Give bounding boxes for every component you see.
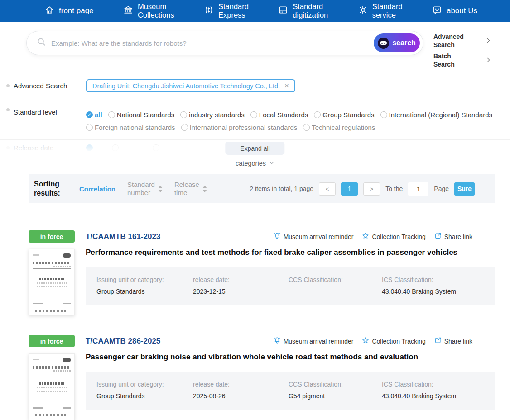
search-button[interactable]: search — [374, 33, 420, 52]
standard-info-panel: Issuing unit or category: Group Standard… — [86, 372, 495, 410]
result-card-2: in force T/CAAMTB 286-2025 Museum arriva… — [29, 335, 495, 420]
nav-item-front-page[interactable]: front page — [44, 5, 94, 17]
standard-level-row: Standard level ✓all National Standards i… — [0, 100, 510, 134]
collection-tracking-button[interactable]: Collection Tracking — [361, 336, 425, 346]
level-options-row-2: Foreign national standards International… — [86, 121, 510, 134]
home-icon — [44, 5, 54, 17]
info-ics: ICS Classification: 43.040.40 Braking Sy… — [382, 276, 495, 296]
search-input[interactable] — [51, 39, 374, 47]
radio-icon — [250, 111, 257, 118]
info-ics: ICS Classification: 43.040.40 Braking Sy… — [382, 381, 495, 400]
advanced-search-row: Advanced Search Drafting Unit: Chengdu J… — [0, 79, 510, 92]
sort-arrows-icon — [158, 186, 163, 192]
info-label: release date: — [193, 276, 289, 283]
page-word-label: Page — [434, 185, 449, 192]
nav-label: front page — [59, 6, 94, 15]
share-link-button[interactable]: Share link — [434, 336, 472, 346]
radio-all[interactable]: ✓all — [86, 111, 102, 119]
radio-international-regional-standards[interactable]: International (Regional) Standards — [380, 111, 492, 119]
radio-industry-standards[interactable]: industry standards — [180, 111, 245, 119]
radio-international-professional-standards[interactable]: International professional standards — [181, 124, 298, 131]
bullet-icon — [6, 108, 10, 111]
info-label: Issuing unit or category: — [96, 276, 193, 283]
search-quick-links: Advanced Search Batch Search — [433, 31, 491, 68]
filter-tag-text: Drafting Unit: Chengdu Jishiwei Automoti… — [92, 82, 280, 90]
card-actions: Museum arrival reminder Collection Track… — [273, 336, 472, 346]
expand-all-button[interactable]: Expand all — [225, 142, 284, 155]
info-label: release date: — [193, 381, 289, 388]
standard-level-label: Standard level — [14, 108, 86, 116]
advanced-search-link[interactable]: Advanced Search — [433, 33, 491, 49]
info-value: Group Standards — [96, 392, 193, 400]
standard-document-thumbnail[interactable] — [29, 249, 75, 315]
level-options-row-1: ✓all National Standards industry standar… — [86, 108, 510, 121]
status-badge: in force — [29, 335, 75, 347]
chevron-right-icon — [486, 57, 491, 65]
action-label: Museum arrival reminder — [284, 338, 354, 345]
radio-foreign-national-standards[interactable]: Foreign national standards — [86, 124, 175, 131]
collection-tracking-button[interactable]: Collection Tracking — [361, 232, 425, 241]
action-label: Museum arrival reminder — [284, 233, 354, 240]
goto-page-input[interactable] — [408, 182, 428, 196]
next-page-button[interactable]: > — [363, 182, 380, 196]
standard-document-thumbnail[interactable] — [29, 353, 75, 420]
result-card-1: in force T/CAAMTB 161-2023 Museum arriva… — [29, 230, 495, 315]
categories-label: categories — [236, 160, 266, 167]
info-ccs: CCS Classification: — [289, 276, 382, 296]
sort-release-time[interactable]: Release time — [174, 181, 207, 197]
card-header: T/CAAMTB 286-2025 Museum arrival reminde… — [86, 336, 495, 346]
card-right-column: T/CAAMTB 161-2023 Museum arrival reminde… — [86, 230, 495, 315]
radio-icon — [108, 111, 115, 118]
radio-label: Local Standards — [259, 111, 308, 119]
card-actions: Museum arrival reminder Collection Track… — [273, 232, 472, 241]
robot-icon — [378, 38, 389, 49]
sorting-bar: Sorting results: Correlation Standard nu… — [29, 174, 495, 203]
museum-arrival-reminder-button[interactable]: Museum arrival reminder — [273, 336, 354, 346]
standard-title-link[interactable]: Passenger car braking noise and vibratio… — [86, 353, 495, 362]
info-issuing: Issuing unit or category: Group Standard… — [96, 276, 193, 296]
sort-standard-number[interactable]: Standard number — [127, 181, 163, 197]
info-label: Issuing unit or category: — [96, 381, 193, 388]
radio-group-standards[interactable]: Group Standards — [314, 111, 374, 119]
bullet-icon — [6, 84, 10, 87]
info-value: 43.040.40 Braking System — [382, 288, 495, 296]
page-1-button[interactable]: 1 — [341, 182, 358, 196]
prev-page-button[interactable]: < — [319, 182, 336, 196]
close-icon[interactable]: × — [284, 82, 289, 90]
radio-icon — [314, 111, 321, 118]
radio-national-standards[interactable]: National Standards — [108, 111, 175, 119]
radio-icon — [303, 124, 310, 131]
share-link-button[interactable]: Share link — [434, 232, 472, 241]
nav-item-museum-collections[interactable]: Museum Collections — [123, 2, 174, 19]
standard-code-link[interactable]: T/CAAMTB 286-2025 — [86, 337, 160, 346]
collapsed-filters-zone: Release date Expand all categories — [0, 139, 510, 174]
info-issuing: Issuing unit or category: Group Standard… — [96, 381, 193, 400]
standard-code-link[interactable]: T/CAAMTB 161-2023 — [86, 232, 160, 241]
sort-arrows-icon — [202, 186, 207, 192]
action-label: Collection Tracking — [372, 233, 425, 240]
sure-button[interactable]: Sure — [454, 182, 475, 196]
sorting-results-label: Sorting results: — [34, 180, 67, 198]
standard-info-panel: Issuing unit or category: Group Standard… — [86, 267, 495, 305]
standard-title-link[interactable]: Performance requirements and test method… — [86, 248, 495, 257]
digitization-icon — [278, 5, 288, 17]
nav-item-about-us[interactable]: about Us — [432, 5, 477, 17]
share-icon — [434, 336, 442, 346]
to-the-label: To the — [385, 185, 403, 192]
top-nav: front page Museum Collections Standard E… — [0, 0, 510, 22]
categories-toggle[interactable]: categories — [236, 160, 274, 167]
radio-local-standards[interactable]: Local Standards — [250, 111, 308, 119]
sort-correlation[interactable]: Correlation — [79, 185, 115, 193]
info-ccs: CCS Classification: G54 pigment — [289, 381, 382, 400]
sort-option-label: Standard number — [127, 181, 155, 197]
radio-label: Group Standards — [322, 111, 374, 119]
sort-option-label: Release time — [174, 181, 199, 197]
nav-item-standard-digitization[interactable]: Standard digitization — [278, 2, 328, 19]
museum-arrival-reminder-button[interactable]: Museum arrival reminder — [273, 232, 354, 241]
nav-item-standard-service[interactable]: Standard service — [358, 2, 403, 19]
radio-technical-regulations[interactable]: Technical regulations — [303, 124, 375, 131]
action-label: Collection Tracking — [372, 338, 425, 345]
nav-item-standard-express[interactable]: Standard Express — [204, 2, 249, 19]
batch-search-link[interactable]: Batch Search — [433, 52, 491, 68]
drafting-unit-filter-tag: Drafting Unit: Chengdu Jishiwei Automoti… — [86, 79, 295, 92]
